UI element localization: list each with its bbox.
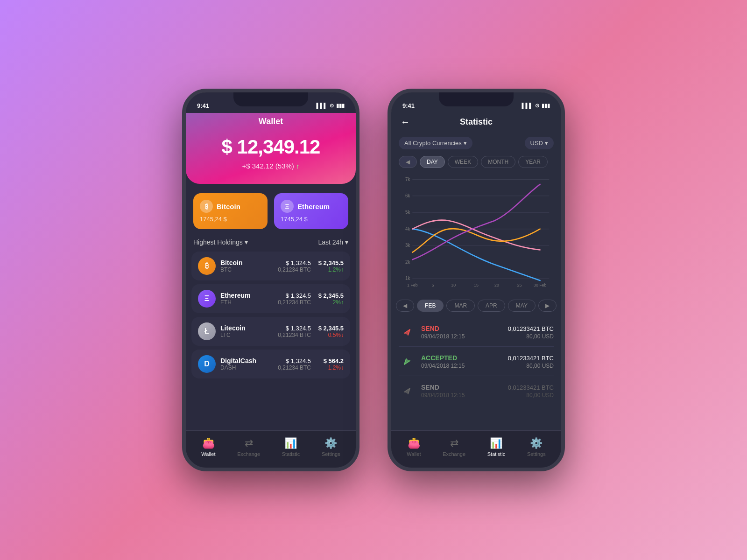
settings-nav-label: Settings	[322, 451, 340, 457]
holdings-title[interactable]: Highest Holdings ▾	[193, 238, 248, 246]
nav-settings-stat[interactable]: ⚙️ Settings	[521, 434, 551, 460]
tx-usd-send2: 80,00 USD	[508, 392, 554, 399]
bottom-nav-wallet: 👛 Wallet ⇄ Exchange 📊 Statistic ⚙️ Setti…	[186, 430, 356, 468]
coin-item-btc[interactable]: ₿ Bitcoin BTC $ 1,324.5 0,21234 BTC $ 2,…	[191, 252, 350, 280]
battery-icon: ▮▮▮	[336, 103, 345, 109]
tx-date-accepted: 09/04/2018 12:15	[421, 363, 502, 369]
back-button[interactable]: ←	[401, 117, 410, 127]
nav-statistic[interactable]: 📊 Statistic	[276, 434, 306, 460]
statistic-nav-label: Statistic	[282, 451, 300, 457]
ethereum-card[interactable]: Ξ Ethereum 1745,24 $	[274, 193, 348, 229]
dash-abbr: DASH	[220, 364, 273, 371]
month-tabs: ◀ FEB MAR APR MAY ▶	[391, 297, 561, 315]
stat-title: Statistic	[460, 117, 493, 127]
change-arrow: ↑	[296, 162, 300, 170]
tx-usd-accepted: 80,00 USD	[508, 363, 554, 369]
bitcoin-card[interactable]: ₿ Bitcoin 1745,24 $	[193, 193, 268, 229]
unit-filter[interactable]: USD ▾	[525, 137, 554, 149]
chart-area: 7k 6k 5k 4k 3k 2k 1k 1 Feb 5 10 15 20 25…	[391, 171, 561, 297]
eth-abbr: ETH	[220, 299, 273, 306]
time-dropdown-icon: ▾	[345, 238, 348, 246]
svg-text:7k: 7k	[405, 176, 410, 182]
wallet-nav-icon-stat: 👛	[408, 437, 420, 449]
send-icon-2	[399, 383, 416, 399]
month-mar[interactable]: MAR	[446, 300, 475, 312]
wallet-nav-label: Wallet	[201, 451, 215, 457]
month-apr[interactable]: APR	[478, 300, 505, 312]
phone-wallet: 9:41 ▌▌▌ ⊙ ▮▮▮ Wallet $ 12,349.12 +$ 342…	[182, 89, 359, 471]
nav-statistic-stat[interactable]: 📊 Statistic	[482, 434, 511, 460]
svg-text:10: 10	[451, 282, 456, 287]
nav-exchange-stat[interactable]: ⇄ Exchange	[437, 434, 471, 460]
tx-date-send1: 09/04/2018 12:15	[421, 333, 502, 340]
time-tab-week[interactable]: WEEK	[448, 156, 478, 168]
holdings-time[interactable]: Last 24h ▾	[318, 238, 348, 246]
tx-amount-accepted: 0,01233421 BTC 80,00 USD	[508, 355, 554, 369]
statistic-nav-label-stat: Statistic	[487, 451, 506, 457]
nav-wallet[interactable]: 👛 Wallet	[196, 434, 221, 460]
ethereum-icon: Ξ	[281, 200, 294, 213]
crypto-cards: ₿ Bitcoin 1745,24 $ Ξ Ethereum 1745,24 $	[186, 184, 356, 237]
wallet-title: Wallet	[197, 113, 345, 136]
svg-text:1 Feb: 1 Feb	[407, 282, 417, 287]
filter-dropdown-icon: ▾	[464, 140, 467, 147]
holdings-dropdown-icon: ▾	[245, 238, 248, 246]
nav-exchange[interactable]: ⇄ Exchange	[232, 434, 266, 460]
statistic-nav-icon-stat: 📊	[490, 437, 502, 449]
ltc-logo: Ł	[198, 322, 216, 340]
time-tab-year[interactable]: YEAR	[518, 156, 548, 168]
time-tab-day[interactable]: DAY	[420, 156, 445, 168]
dash-price: $ 1,324.5 0,21234 BTC	[278, 357, 311, 371]
notch	[233, 92, 308, 106]
tx-item-send2[interactable]: SEND 09/04/2018 12:15 0,01233421 BTC 80,…	[399, 377, 554, 405]
tx-type-send2: SEND	[421, 384, 502, 391]
send-icon-1	[399, 324, 416, 341]
tx-amount-send2: 0,01233421 BTC 80,00 USD	[508, 384, 554, 399]
tx-item-accepted[interactable]: ACCEPTED 09/04/2018 12:15 0,01233421 BTC…	[399, 348, 554, 376]
holdings-header: Highest Holdings ▾ Last 24h ▾	[186, 237, 356, 252]
svg-text:20: 20	[494, 282, 499, 287]
btc-abbr: BTC	[220, 266, 273, 273]
tx-info-accepted: ACCEPTED 09/04/2018 12:15	[421, 354, 502, 369]
dash-name: DigitalCash	[220, 357, 273, 364]
settings-nav-icon: ⚙️	[324, 437, 337, 449]
stat-filters: All Crypto Currencies ▾ USD ▾	[391, 133, 561, 153]
bottom-nav-stat: 👛 Wallet ⇄ Exchange 📊 Statistic ⚙️ Setti…	[391, 430, 561, 468]
ltc-change: $ 2,345.5 0.5%↓	[316, 325, 344, 338]
ltc-abbr: LTC	[220, 332, 273, 338]
coin-list: ₿ Bitcoin BTC $ 1,324.5 0,21234 BTC $ 2,…	[186, 252, 356, 378]
month-feb[interactable]: FEB	[417, 300, 444, 312]
transaction-list: SEND 09/04/2018 12:15 0,01233421 BTC 80,…	[391, 315, 561, 409]
coin-item-ltc[interactable]: Ł Litecoin LTC $ 1,324.5 0,21234 BTC $ 2…	[191, 317, 350, 346]
bitcoin-card-value: 1745,24 $	[200, 216, 261, 223]
eth-logo: Ξ	[198, 290, 216, 308]
wallet-header: Wallet $ 12,349.12 +$ 342.12 (53%) ↑	[186, 113, 356, 184]
btc-change: $ 2,345.5 1.2%↑	[316, 259, 344, 273]
nav-settings[interactable]: ⚙️ Settings	[316, 434, 346, 460]
coin-item-eth[interactable]: Ξ Ethereum ETH $ 1,324.5 0,21234 BTC $ 2…	[191, 284, 350, 313]
ltc-price: $ 1,324.5 0,21234 BTC	[278, 325, 311, 338]
btc-info: Bitcoin BTC	[220, 259, 273, 273]
wallet-nav-icon: 👛	[202, 437, 215, 449]
svg-text:5: 5	[432, 282, 434, 287]
svg-text:2k: 2k	[405, 259, 410, 264]
status-time-wallet: 9:41	[197, 102, 209, 109]
month-may[interactable]: MAY	[508, 300, 536, 312]
month-next[interactable]: ▶	[538, 300, 557, 312]
exchange-nav-label: Exchange	[237, 451, 260, 457]
svg-text:1k: 1k	[405, 276, 410, 281]
time-tab-all[interactable]: ◀	[399, 156, 417, 168]
nav-wallet-stat[interactable]: 👛 Wallet	[401, 434, 426, 460]
currency-filter[interactable]: All Crypto Currencies ▾	[399, 137, 472, 149]
tx-item-send1[interactable]: SEND 09/04/2018 12:15 0,01233421 BTC 80,…	[399, 318, 554, 347]
eth-info: Ethereum ETH	[220, 292, 273, 306]
time-tab-month[interactable]: MONTH	[481, 156, 515, 168]
bitcoin-icon: ₿	[200, 200, 213, 213]
coin-item-dash[interactable]: D DigitalCash DASH $ 1,324.5 0,21234 BTC…	[191, 350, 350, 378]
status-icons-stat: ▌▌▌ ⊙ ▮▮▮	[522, 103, 550, 109]
wifi-icon-stat: ⊙	[535, 103, 539, 109]
eth-change: $ 2,345.5 2%↑	[316, 292, 344, 306]
tx-usd-send1: 80,00 USD	[508, 333, 554, 340]
tx-info-send2: SEND 09/04/2018 12:15	[421, 384, 502, 399]
month-prev[interactable]: ◀	[396, 300, 414, 312]
